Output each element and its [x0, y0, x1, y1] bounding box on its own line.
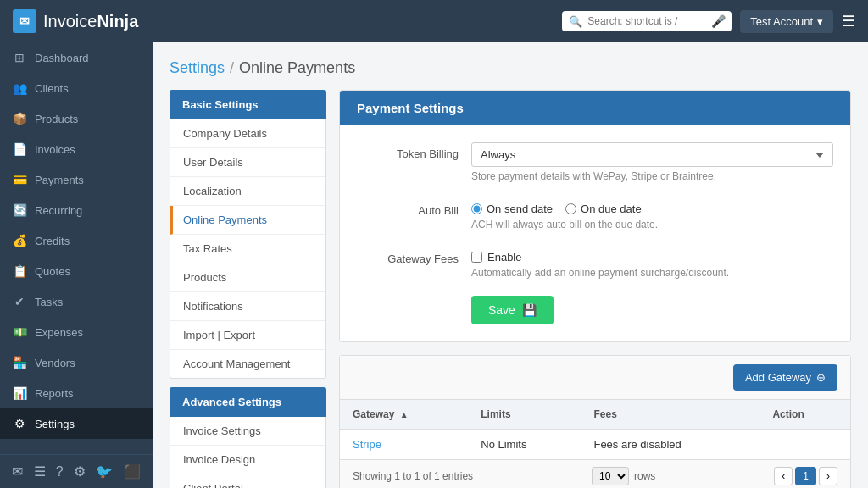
recurring-icon: 🔄 [13, 203, 26, 217]
sidebar-item-payments[interactable]: 💳 Payments [0, 164, 153, 195]
sidebar-item-credits[interactable]: 💰 Credits [0, 225, 153, 256]
payment-settings-header: Payment Settings [340, 91, 850, 125]
token-billing-hint: Store payment details with WePay, Stripe… [471, 170, 833, 182]
sidebar-item-vendors[interactable]: 🏪 Vendors [0, 347, 153, 378]
menu-invoice-settings[interactable]: Invoice Settings [170, 417, 326, 446]
sidebar: ⊞ Dashboard 👥 Clients 📦 Products 📄 Invoi… [0, 42, 153, 488]
add-gateway-button[interactable]: Add Gateway ⊕ [733, 364, 837, 391]
gateway-fees-hint: Automatically add an online payment surc… [471, 267, 833, 279]
invoices-icon: 📄 [13, 142, 26, 156]
auto-bill-row: Auto Bill On send date On due [357, 199, 833, 230]
col-limits: Limits [468, 400, 581, 430]
breadcrumb: Settings / Online Payments [170, 59, 851, 77]
auto-bill-label: Auto Bill [357, 199, 459, 217]
vendors-icon: 🏪 [13, 356, 26, 369]
sidebar-item-products[interactable]: 📦 Products [0, 103, 153, 134]
sidebar-item-dashboard[interactable]: ⊞ Dashboard [0, 42, 153, 73]
account-button[interactable]: Test Account ▾ [740, 10, 833, 33]
github-icon[interactable]: ⬛ [124, 463, 141, 480]
payment-settings-body: Token Billing Always Opt-in Opt-out Disa… [340, 125, 850, 341]
credits-icon: 💰 [13, 234, 26, 247]
list-icon[interactable]: ☰ [34, 463, 46, 480]
left-panel: Basic Settings Company Details User Deta… [170, 90, 326, 488]
auto-bill-due-date[interactable]: On due date [565, 202, 642, 215]
menu-user-details[interactable]: User Details [170, 148, 326, 177]
hamburger-icon[interactable]: ☰ [842, 12, 855, 30]
gateway-name-cell[interactable]: Stripe [340, 430, 468, 460]
sidebar-item-invoices[interactable]: 📄 Invoices [0, 134, 153, 164]
mail-icon[interactable]: ✉ [12, 463, 23, 480]
menu-client-portal[interactable]: Client Portal [170, 474, 326, 488]
menu-account-management[interactable]: Account Management [170, 350, 326, 378]
showing-entries-text: Showing 1 to 1 of 1 entries [353, 470, 473, 482]
prev-page-button[interactable]: ‹ [774, 467, 793, 485]
advanced-settings-menu: Invoice Settings Invoice Design Client P… [170, 417, 326, 488]
menu-localization[interactable]: Localization [170, 177, 326, 206]
gear-icon[interactable]: ⚙ [74, 463, 86, 480]
gateway-fees-checkbox[interactable] [471, 252, 482, 263]
chevron-down-icon: ▾ [817, 15, 823, 28]
gateway-fees-control: Enable Automatically add an online payme… [471, 247, 833, 279]
clients-icon: 👥 [13, 81, 26, 95]
menu-invoice-design[interactable]: Invoice Design [170, 446, 326, 474]
brand-name: InvoiceNinja [43, 12, 138, 31]
tasks-icon: ✔ [13, 295, 26, 308]
gateway-table-header: Add Gateway ⊕ [340, 356, 850, 400]
token-billing-select[interactable]: Always Opt-in Opt-out Disabled [471, 142, 833, 167]
sidebar-item-settings[interactable]: ⚙ Settings [0, 408, 153, 439]
auto-bill-due-date-radio[interactable] [565, 203, 576, 214]
logo-icon: ✉ [13, 9, 36, 33]
gateway-fees-label: Gateway Fees [357, 247, 459, 265]
sidebar-item-recurring[interactable]: 🔄 Recurring [0, 195, 153, 225]
sidebar-item-clients[interactable]: 👥 Clients [0, 73, 153, 103]
plus-circle-icon: ⊕ [816, 371, 826, 384]
rows-control: 10 25 50 rows [592, 467, 655, 485]
sidebar-item-tasks[interactable]: ✔ Tasks [0, 286, 153, 317]
sidebar-item-quotes[interactable]: 📋 Quotes [0, 256, 153, 286]
reports-icon: 📊 [13, 386, 26, 400]
gateway-fees-checkbox-label[interactable]: Enable [471, 247, 833, 263]
menu-online-payments[interactable]: Online Payments [170, 206, 326, 235]
token-billing-control: Always Opt-in Opt-out Disabled Store pay… [471, 142, 833, 182]
dashboard-icon: ⊞ [13, 51, 26, 64]
auto-bill-send-date-radio[interactable] [471, 203, 482, 214]
auto-bill-control: On send date On due date ACH will always… [471, 199, 833, 230]
help-icon[interactable]: ? [56, 464, 64, 480]
auto-bill-send-date[interactable]: On send date [471, 202, 553, 215]
quotes-icon: 📋 [13, 264, 26, 278]
mic-icon[interactable]: 🎤 [711, 14, 726, 28]
page-1-button[interactable]: 1 [795, 467, 816, 485]
menu-company-details[interactable]: Company Details [170, 119, 326, 148]
gateway-fees-cell: Fees are disabled [581, 430, 760, 460]
token-billing-label: Token Billing [357, 142, 459, 160]
menu-products[interactable]: Products [170, 263, 326, 292]
sidebar-bottom-icons: ✉ ☰ ? ⚙ 🐦 ⬛ [0, 454, 153, 488]
auto-bill-hint: ACH will always auto bill on the due dat… [471, 219, 833, 230]
main-layout: ⊞ Dashboard 👥 Clients 📦 Products 📄 Invoi… [0, 42, 868, 488]
col-gateway[interactable]: Gateway ▲ [340, 400, 468, 430]
table-row: Stripe No Limits Fees are disabled [340, 430, 850, 460]
search-input[interactable] [587, 15, 706, 27]
sidebar-item-reports[interactable]: 📊 Reports [0, 378, 153, 408]
app-brand: ✉ InvoiceNinja [13, 9, 138, 33]
basic-settings-header: Basic Settings [170, 90, 326, 119]
twitter-icon[interactable]: 🐦 [96, 463, 113, 480]
breadcrumb-settings[interactable]: Settings [170, 59, 225, 77]
search-box[interactable]: 🔍 🎤 [562, 11, 732, 31]
sidebar-item-expenses[interactable]: 💵 Expenses [0, 317, 153, 347]
pagination: ‹ 1 › [774, 467, 837, 485]
menu-import-export[interactable]: Import | Export [170, 321, 326, 350]
content-area: Settings / Online Payments Basic Setting… [153, 42, 868, 488]
save-button[interactable]: Save 💾 [471, 296, 554, 324]
breadcrumb-current: Online Payments [239, 59, 355, 77]
next-page-button[interactable]: › [819, 467, 837, 485]
advanced-settings-header: Advanced Settings [170, 387, 326, 417]
menu-tax-rates[interactable]: Tax Rates [170, 235, 326, 263]
table-footer: Showing 1 to 1 of 1 entries 10 25 50 row… [340, 459, 850, 488]
payment-settings-card: Payment Settings Token Billing Always Op… [339, 90, 851, 342]
gateway-table-head: Gateway ▲ Limits Fees Acti [340, 400, 850, 430]
rows-per-page-select[interactable]: 10 25 50 [592, 467, 629, 485]
menu-notifications[interactable]: Notifications [170, 292, 326, 321]
save-button-area: Save 💾 [357, 296, 833, 324]
navbar: ✉ InvoiceNinja 🔍 🎤 Test Account ▾ ☰ [0, 0, 868, 42]
